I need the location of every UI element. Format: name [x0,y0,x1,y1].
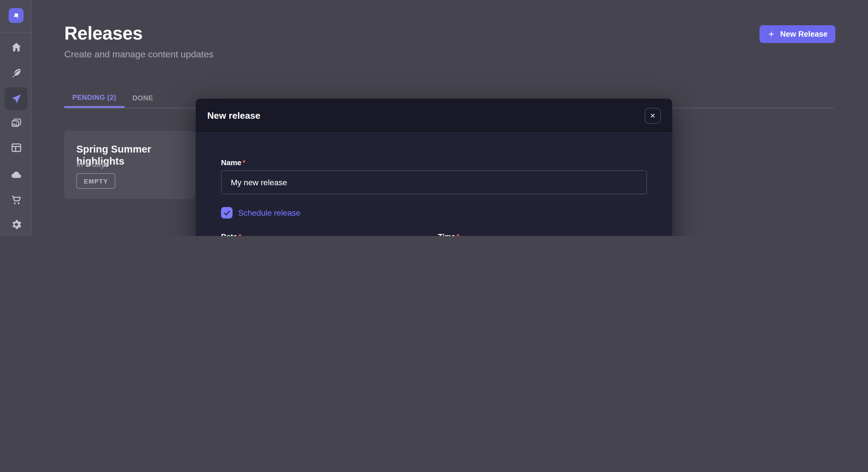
cloud-icon [10,168,22,180]
tab-done[interactable]: DONE [124,88,161,108]
new-release-modal: New release ✕ Name* Schedule release [196,99,672,236]
new-release-button-label: New Release [780,30,828,38]
schedule-release-label[interactable]: Schedule release [238,208,300,217]
page-subtitle: Create and manage content updates [64,49,214,60]
sidebar: KD [0,0,32,236]
sidebar-item-cloud[interactable] [5,163,28,186]
schedule-release-row: Schedule release [221,207,647,218]
page-title: Releases [64,23,143,44]
schedule-release-checkbox[interactable] [221,207,232,218]
tabs: PENDING (2) DONE [64,88,161,108]
images-icon [10,117,22,129]
cart-icon [10,194,22,206]
feather-icon [10,67,22,79]
paper-plane-icon [10,93,22,105]
home-icon [10,41,22,53]
app-logo[interactable] [9,8,24,23]
layout-icon [10,141,22,154]
date-field-group: Date* 09/10/2024 ✕ [221,232,430,236]
sidebar-item-home[interactable] [5,36,28,59]
modal-title: New release [207,110,260,121]
required-marker: * [456,232,459,236]
modal-body: Name* Schedule release Date* [196,133,672,236]
close-icon: ✕ [650,111,656,120]
release-card-badge: EMPTY [76,173,116,189]
checkmark-icon [223,209,230,216]
sidebar-item-content-type-builder[interactable] [5,136,28,159]
plus-icon [767,30,776,38]
name-label: Name* [221,158,647,167]
release-card-meta: In 8 days [76,160,109,169]
time-label: Time* [438,232,647,236]
required-marker: * [243,158,245,167]
required-marker: * [238,232,241,236]
date-time-row: Date* 09/10/2024 ✕ Time* [221,232,647,236]
time-field-group: Time* --:-- [438,232,647,236]
name-input[interactable] [221,170,647,194]
sidebar-item-marketplace[interactable] [5,188,28,211]
time-label-text: Time [438,232,455,236]
tab-pending[interactable]: PENDING (2) [64,88,124,108]
new-release-button[interactable]: New Release [760,25,835,43]
name-field-group: Name* [221,158,647,194]
sidebar-item-settings[interactable] [5,213,28,236]
date-label: Date* [221,232,430,236]
date-label-text: Date [221,232,237,236]
sidebar-item-releases[interactable] [5,87,28,110]
app-root: KD Releases Create and manage content up… [0,0,868,236]
modal-header: New release ✕ [196,99,672,133]
strapi-logo-icon [11,11,21,20]
modal-close-button[interactable]: ✕ [645,107,661,124]
name-label-text: Name [221,158,241,167]
release-card[interactable]: Spring Summer highlights In 8 days EMPTY [64,131,195,199]
sidebar-item-media-library[interactable] [5,112,28,135]
sidebar-divider [0,32,32,33]
sidebar-item-content-manager[interactable] [5,61,28,84]
gear-icon [10,218,22,230]
